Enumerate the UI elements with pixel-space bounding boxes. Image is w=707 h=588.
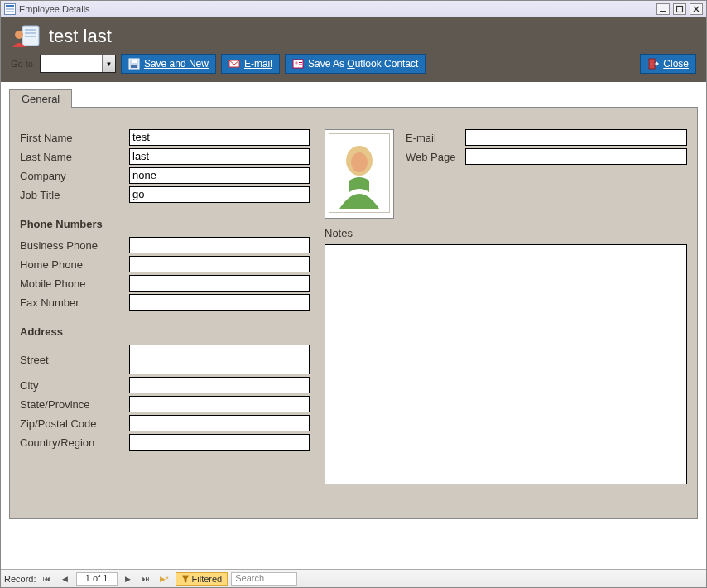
tab-body: First Name test Last Name last Company n…	[9, 107, 698, 519]
notes-label: Notes	[325, 227, 687, 239]
chevron-down-icon: ▼	[102, 55, 115, 72]
form-header: test last Go to ▼ Save and New E-mail	[1, 17, 706, 82]
titlebar: Employee Details	[1, 1, 706, 17]
svg-point-22	[351, 152, 368, 172]
person-card-icon	[11, 24, 41, 49]
goto-label: Go to	[11, 59, 33, 69]
address-section-title: Address	[20, 325, 310, 338]
state-field[interactable]	[129, 396, 310, 412]
svg-rect-0	[6, 5, 14, 7]
svg-rect-4	[677, 6, 683, 12]
state-label: State/Province	[20, 398, 129, 411]
email-field[interactable]	[465, 129, 687, 146]
new-record-button[interactable]: ▶*	[157, 572, 172, 586]
country-label: Country/Region	[20, 436, 129, 449]
form-icon	[4, 3, 16, 15]
record-position[interactable]: 1 of 1	[76, 572, 118, 586]
toolbar: Go to ▼ Save and New E-mail	[11, 54, 696, 74]
mobile-phone-label: Mobile Phone	[20, 277, 129, 290]
avatar-box[interactable]	[325, 129, 394, 219]
filtered-label: Filtered	[192, 574, 223, 584]
svg-rect-3	[660, 11, 666, 12]
svg-rect-18	[299, 62, 302, 63]
minimize-button[interactable]	[656, 3, 670, 15]
zip-field[interactable]	[129, 415, 310, 431]
business-phone-field[interactable]	[129, 237, 310, 253]
save-icon	[128, 58, 140, 70]
city-label: City	[20, 379, 129, 392]
webpage-label: Web Page	[406, 151, 465, 163]
svg-point-17	[295, 61, 298, 65]
tab-general[interactable]: General	[9, 89, 72, 108]
svg-point-11	[15, 31, 23, 39]
content-area: General First Name test Last Name last	[1, 82, 706, 569]
company-label: Company	[20, 170, 129, 182]
funnel-icon	[181, 575, 190, 583]
svg-rect-7	[22, 26, 39, 46]
next-record-button[interactable]: ▶	[121, 572, 136, 586]
email-label: E-mail	[244, 58, 272, 70]
zip-label: Zip/Postal Code	[20, 417, 129, 430]
job-title-label: Job Title	[20, 189, 129, 201]
maximize-button[interactable]	[673, 3, 686, 15]
svg-rect-2	[6, 11, 14, 12]
avatar-placeholder-icon	[329, 133, 390, 213]
home-phone-field[interactable]	[129, 256, 310, 272]
prev-record-button[interactable]: ◀	[58, 572, 73, 586]
svg-rect-1	[6, 8, 14, 10]
page-title: test last	[49, 26, 112, 47]
last-name-label: Last Name	[20, 151, 129, 163]
street-label: Street	[20, 354, 129, 366]
save-and-new-button[interactable]: Save and New	[121, 54, 216, 74]
goto-select[interactable]: ▼	[40, 55, 116, 73]
last-name-field[interactable]: last	[129, 148, 310, 165]
street-field[interactable]	[129, 345, 310, 374]
close-window-button[interactable]	[690, 3, 703, 15]
last-record-button[interactable]: ⏭	[139, 572, 154, 586]
phone-section-title: Phone Numbers	[20, 218, 310, 230]
window-title: Employee Details	[19, 4, 90, 14]
business-phone-label: Business Phone	[20, 239, 129, 252]
fax-label: Fax Number	[20, 296, 129, 309]
employee-details-window: Employee Details	[0, 0, 707, 588]
svg-rect-13	[131, 65, 137, 68]
door-close-icon	[647, 58, 659, 70]
mobile-phone-field[interactable]	[129, 275, 310, 292]
webpage-field[interactable]	[465, 148, 687, 165]
envelope-icon	[228, 58, 240, 70]
home-phone-label: Home Phone	[20, 258, 129, 271]
country-field[interactable]	[129, 434, 310, 451]
city-field[interactable]	[129, 377, 310, 393]
svg-rect-20	[649, 59, 655, 69]
close-button[interactable]: Close	[640, 54, 696, 74]
svg-rect-19	[299, 65, 302, 65]
save-outlook-contact-button[interactable]: Save As Outlook Contact	[285, 54, 426, 74]
record-label: Record:	[4, 574, 36, 584]
first-name-label: First Name	[20, 132, 129, 144]
job-title-field[interactable]: go	[129, 186, 310, 203]
contact-card-icon	[292, 58, 304, 70]
svg-rect-16	[293, 60, 303, 68]
notes-field[interactable]	[325, 244, 687, 484]
email-button[interactable]: E-mail	[221, 54, 280, 74]
search-input[interactable]: Search	[231, 572, 297, 586]
svg-rect-14	[132, 60, 137, 63]
first-name-field[interactable]: test	[129, 129, 310, 146]
fax-field[interactable]	[129, 294, 310, 311]
outlook-label: Save As Outlook Contact	[308, 58, 418, 70]
close-label: Close	[663, 58, 689, 70]
company-field[interactable]: none	[129, 167, 310, 184]
first-record-button[interactable]: ⏮	[40, 572, 55, 586]
save-and-new-label: Save and New	[144, 58, 209, 70]
email-label: E-mail	[406, 132, 465, 144]
filtered-indicator[interactable]: Filtered	[176, 572, 228, 586]
record-navigator: Record: ⏮ ◀ 1 of 1 ▶ ⏭ ▶* Filtered Searc…	[1, 569, 706, 587]
